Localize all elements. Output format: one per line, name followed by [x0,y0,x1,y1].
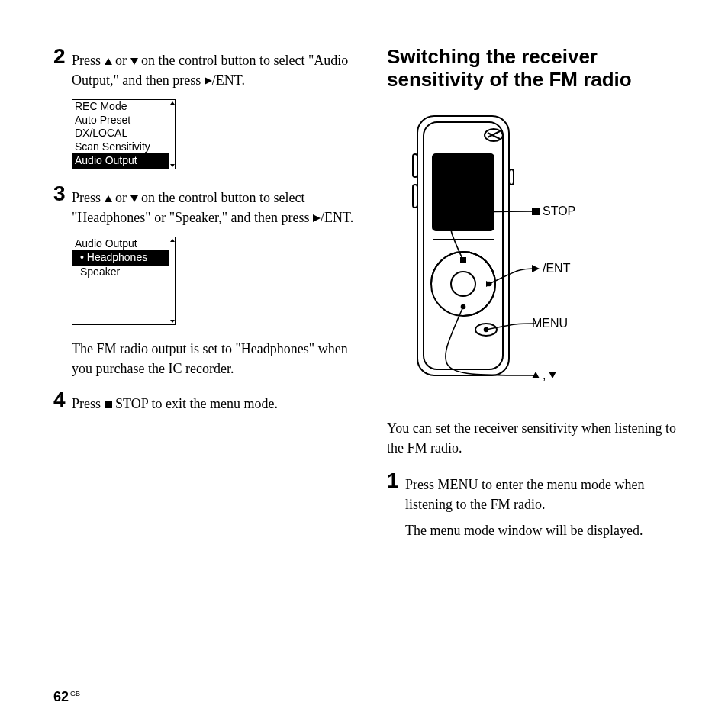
play-icon [313,214,321,222]
step-text: Press STOP to exit the menu mode. [72,389,278,414]
play-icon [205,77,212,85]
svg-point-17 [485,327,488,331]
intro-text: You can set the receiver sensitivity whe… [387,418,690,458]
step-3: 3 Press or on the control button to sele… [53,183,356,227]
step-number: 2 [53,46,67,67]
section-title: Switching the receiver sensitivity of th… [387,46,690,92]
scrollbar [169,100,175,169]
callout-menu: MENU [532,317,568,330]
step-2: 2 Press or on the control button to sele… [53,46,356,90]
menu-item: Speaker [72,266,169,279]
menu-item-selected: Audio Output [72,153,169,169]
menu-item: DX/LOCAL [72,127,169,140]
menu-item: Scan Sensitivity [72,140,169,154]
left-column: 2 Press or on the control button to sele… [53,46,356,551]
callout-ent: /ENT [532,262,570,275]
right-column: Switching the receiver sensitivity of th… [387,46,690,551]
menu-title: Audio Output [72,237,169,251]
scroll-up-icon [170,239,175,242]
stop-icon [532,208,540,215]
scroll-down-icon [170,320,175,323]
step-1: 1 Press MENU to enter the menu mode when… [387,470,690,514]
callout-stop: STOP [532,205,575,218]
up-arrow-icon [105,195,112,202]
svg-point-16 [488,282,491,285]
scroll-down-icon [170,164,175,167]
scroll-up-icon [170,101,175,105]
step-text: Press MENU to enter the menu mode when l… [405,470,690,514]
recorder-diagram-icon [395,108,547,398]
down-arrow-icon [549,372,556,378]
step-aftertext: The menu mode window will be displayed. [405,520,690,540]
step-text: Press or on the control button to select… [72,183,356,227]
step-4: 4 Press STOP to exit the menu mode. [53,389,356,414]
down-arrow-icon [130,58,138,65]
step-text: Press or on the control button to select… [72,46,356,90]
play-icon [532,265,540,272]
menu-screenshot-1: REC Mode Auto Preset DX/LOCAL Scan Sensi… [72,99,176,169]
down-arrow-icon [130,195,138,202]
scrollbar [169,237,175,324]
svg-point-8 [451,272,475,296]
page-number: 62GB [53,689,80,705]
step-number: 3 [53,183,67,205]
device-illustration: STOP /ENT MENU , [387,108,690,398]
svg-rect-14 [509,169,514,185]
up-arrow-icon [532,372,540,378]
menu-item-selected: Headphones [72,250,169,266]
svg-rect-13 [413,185,417,208]
svg-point-18 [462,304,465,308]
up-arrow-icon [105,58,112,65]
menu-item: Auto Preset [72,114,169,127]
menu-item: REC Mode [72,100,169,114]
svg-point-15 [462,258,465,262]
note-text: The FM radio output is set to "Headphone… [72,339,356,378]
step-number: 1 [387,470,401,491]
step-number: 4 [53,389,67,411]
svg-rect-5 [433,154,494,230]
menu-screenshot-2: Audio Output Headphones Speaker [72,237,176,325]
stop-icon [105,401,112,408]
svg-rect-12 [413,154,417,177]
callout-arrows: , [532,369,556,382]
